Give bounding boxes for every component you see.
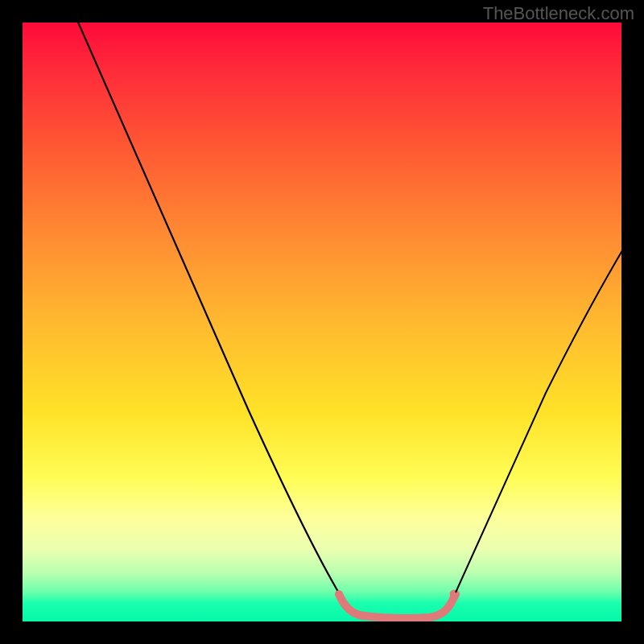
- chart-svg: [23, 23, 621, 621]
- left-curve-line: [76, 23, 341, 596]
- chart-plot-area: [23, 23, 621, 621]
- watermark-text: TheBottleneck.com: [483, 3, 634, 24]
- right-curve-line: [456, 244, 621, 592]
- pink-bottom-segment: [339, 594, 456, 618]
